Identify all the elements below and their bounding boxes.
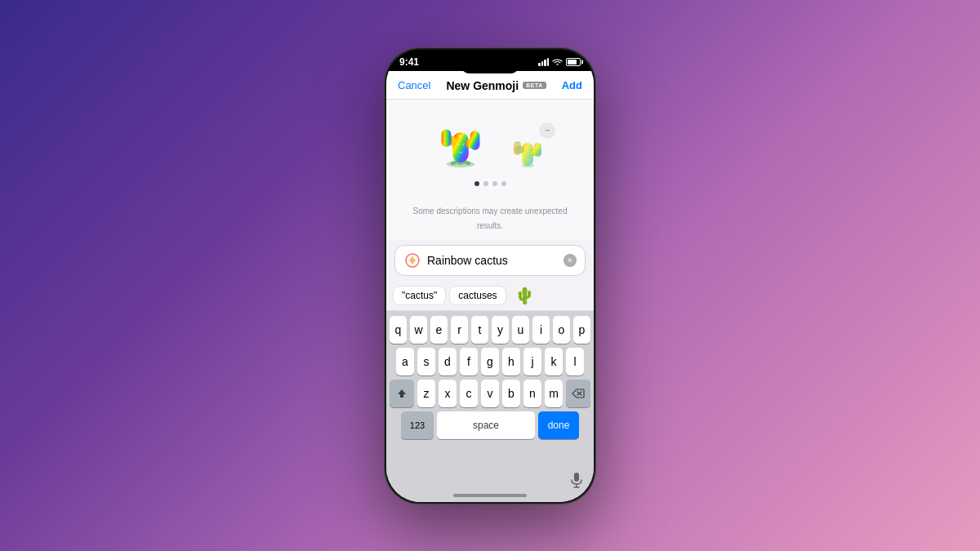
key-p[interactable]: p <box>573 316 590 344</box>
warning-section: Some descriptions may create unexpected … <box>386 196 594 240</box>
autocomplete-chip-2[interactable]: cactuses <box>449 286 506 305</box>
secondary-cactus-emoji[interactable]: ··· <box>503 126 552 175</box>
cancel-button[interactable]: Cancel <box>398 79 430 91</box>
nav-title-text: New Genmoji <box>446 79 519 92</box>
warning-text: Some descriptions may create unexpected … <box>413 207 568 230</box>
autocomplete-emoji[interactable]: 🌵 <box>510 284 540 307</box>
key-b[interactable]: b <box>502 380 520 407</box>
phone-inner: 9:41 <box>386 50 594 502</box>
key-h[interactable]: h <box>502 348 520 375</box>
emoji-search-icon <box>403 251 421 269</box>
keyboard-row-3: z x c v b n m <box>390 380 590 407</box>
dot-3 <box>492 181 497 186</box>
numbers-key[interactable]: 123 <box>401 411 434 439</box>
keyboard-row-4: 123 space done <box>390 411 590 439</box>
emoji-images-row: ··· <box>394 109 586 175</box>
svg-rect-25 <box>574 473 579 482</box>
dot-2 <box>483 181 488 186</box>
svg-rect-3 <box>442 129 452 146</box>
shift-key[interactable] <box>390 380 414 407</box>
svg-rect-5 <box>470 131 480 149</box>
svg-rect-17 <box>514 141 521 155</box>
search-input[interactable]: Rainbow cactus <box>427 254 558 267</box>
key-m[interactable]: m <box>545 380 563 407</box>
status-time: 9:41 <box>399 56 419 68</box>
wifi-icon <box>552 57 563 67</box>
phone-content: Cancel New Genmoji BETA Add <box>386 71 594 502</box>
page-dots <box>474 181 506 186</box>
key-s[interactable]: s <box>417 348 435 375</box>
keyboard-row-1: q w e r t y u i o p <box>390 316 590 344</box>
svg-point-22 <box>411 259 414 262</box>
phone-frame: 9:41 <box>384 47 596 504</box>
key-c[interactable]: c <box>460 380 478 407</box>
microphone-icon[interactable] <box>568 471 586 489</box>
key-j[interactable]: j <box>523 348 541 375</box>
key-i[interactable]: i <box>532 316 550 344</box>
nav-title: New Genmoji BETA <box>446 79 546 92</box>
key-t[interactable]: t <box>471 316 488 344</box>
keyboard-row-2: a s d f g h j k l <box>390 348 590 375</box>
key-e[interactable]: e <box>430 316 448 344</box>
search-input-container[interactable]: Rainbow cactus ✕ <box>394 245 586 276</box>
clear-input-button[interactable]: ✕ <box>564 254 577 267</box>
emoji-preview-area: ··· <box>386 100 594 196</box>
key-o[interactable]: o <box>553 316 570 344</box>
more-options-button[interactable]: ··· <box>539 122 555 139</box>
key-r[interactable]: r <box>451 316 468 344</box>
key-k[interactable]: k <box>545 348 563 375</box>
delete-key[interactable] <box>566 380 590 407</box>
key-f[interactable]: f <box>460 348 478 375</box>
mic-row <box>386 469 594 491</box>
key-z[interactable]: z <box>417 380 435 407</box>
dot-4 <box>501 181 506 186</box>
dynamic-island <box>461 56 519 73</box>
key-d[interactable]: d <box>439 348 457 375</box>
dot-1 <box>474 181 479 186</box>
key-q[interactable]: q <box>390 316 407 344</box>
key-g[interactable]: g <box>481 348 499 375</box>
key-y[interactable]: y <box>492 316 509 344</box>
key-u[interactable]: u <box>512 316 529 344</box>
keyboard: q w e r t y u i o p a s d f g <box>386 311 594 469</box>
search-area: Rainbow cactus ✕ <box>386 240 594 281</box>
nav-bar: Cancel New Genmoji BETA Add <box>386 71 594 100</box>
add-button[interactable]: Add <box>562 79 582 91</box>
key-a[interactable]: a <box>396 348 414 375</box>
key-v[interactable]: v <box>481 380 499 407</box>
main-cactus-emoji[interactable] <box>428 109 493 175</box>
beta-badge: BETA <box>523 82 546 89</box>
svg-point-14 <box>457 162 464 165</box>
autocomplete-row: "cactus" cactuses 🌵 <box>386 281 594 311</box>
svg-point-20 <box>521 164 534 167</box>
battery-icon <box>566 58 581 66</box>
home-bar <box>453 494 527 497</box>
done-key[interactable]: done <box>538 411 579 439</box>
space-key[interactable]: space <box>437 411 535 439</box>
key-n[interactable]: n <box>523 380 541 407</box>
key-l[interactable]: l <box>566 348 584 375</box>
home-indicator-area <box>386 491 594 502</box>
status-icons <box>538 57 581 67</box>
svg-rect-19 <box>534 143 541 157</box>
key-w[interactable]: w <box>410 316 427 344</box>
signal-icon <box>538 58 549 66</box>
autocomplete-chip-1[interactable]: "cactus" <box>393 286 446 305</box>
status-bar: 9:41 <box>386 50 594 71</box>
key-x[interactable]: x <box>439 380 457 407</box>
